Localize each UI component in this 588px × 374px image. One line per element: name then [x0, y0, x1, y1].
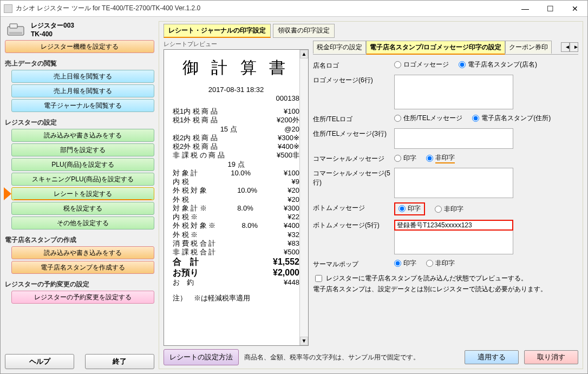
maximize-button[interactable]: ☐ — [538, 1, 563, 16]
receipt-total-line: 合 計¥1,552 — [173, 257, 299, 267]
preview-with-stamp-label: レジスターに電子店名スタンプを読み込んだ状態でプレビューする。 — [326, 274, 527, 283]
subtab-scroll-right[interactable]: ► — [570, 42, 578, 52]
addr-opt1[interactable]: 住所/TELメッセージ — [394, 114, 462, 123]
bottom-msg-label: ボトムメッセージ — [313, 202, 394, 213]
register-icon — [5, 22, 27, 37]
dept-button[interactable]: 部門を設定する — [11, 143, 154, 156]
receipt-line: 内 税¥9 — [173, 178, 299, 186]
receipt-line: 税2内 税 商 品¥300※ — [173, 134, 299, 142]
receipt-line: 15 点@20 — [173, 125, 299, 134]
receipt-total-line: お預り¥2,000 — [173, 267, 299, 278]
receipt-preview: 御 計 算 書 2017-08-31 18:32 000138 税1内 税 商 … — [164, 49, 309, 346]
scroll-down-icon[interactable]: ▼ — [300, 337, 308, 345]
subtab-scroll-left[interactable]: ◄ — [561, 42, 570, 52]
tab-receipt-book[interactable]: 領収書の印字設定 — [273, 24, 335, 38]
subtab-stamp-logo[interactable]: 電子店名スタンプ/ロゴメッセージ印字の設定 — [366, 41, 505, 55]
scan-plu-button[interactable]: スキャニングPLU(商品)を設定する — [11, 173, 154, 186]
stamp-header: 電子店名スタンプの作成 — [5, 235, 154, 245]
addr-opt2[interactable]: 電子店名スタンプ(住所) — [472, 114, 551, 123]
receipt-line: 税1内 税 商 品¥100 — [173, 107, 299, 116]
addr-msg-textarea[interactable] — [394, 128, 513, 149]
thermal-print[interactable]: 印字 — [394, 259, 416, 268]
preview-scrollbar[interactable]: ▲ ▼ — [299, 50, 308, 345]
other-button[interactable]: その他を設定する — [11, 216, 154, 229]
receipt-points: 19 点 — [173, 160, 299, 169]
ejournal-button[interactable]: 電子ジャーナルを閲覧する — [11, 99, 154, 112]
receipt-datetime: 2017-08-31 18:32 — [173, 86, 299, 94]
addr-msg-label: 住所/TELメッセージ(3行) — [313, 128, 394, 139]
readwrite-button[interactable]: 読み込みや書き込みをする — [11, 129, 154, 142]
receipt-button[interactable]: レシートを設定する — [11, 187, 154, 200]
preview-with-stamp-checkbox[interactable] — [315, 275, 322, 282]
commercial-msg-label: コマーシャルメッセージ(5行) — [313, 168, 394, 187]
minimize-button[interactable]: — — [513, 1, 538, 16]
scroll-up-icon[interactable]: ▲ — [300, 50, 308, 58]
logo-msg-textarea[interactable] — [394, 75, 513, 109]
register-model: TK-400 — [31, 30, 74, 38]
receipt-line: 外 税 対 象10.0%¥20 — [173, 186, 299, 195]
svg-rect-2 — [9, 32, 22, 34]
receipt-total-line: お 釣¥448 — [173, 278, 299, 287]
tab-receipt-journal[interactable]: レシート・ジャーナルの印字設定 — [164, 24, 271, 38]
bottom-noprint[interactable]: 非印字 — [435, 205, 463, 214]
thermal-noprint[interactable]: 非印字 — [426, 259, 455, 268]
receipt-method-button[interactable]: レシートの設定方法 — [164, 349, 239, 365]
plu-button[interactable]: PLU(商品)を設定する — [11, 158, 154, 171]
help-button[interactable]: ヘルプ — [5, 354, 74, 369]
register-name: レジスター003 — [31, 21, 74, 30]
bottom-msg-rest[interactable] — [394, 231, 513, 254]
active-indicator-arrow — [4, 187, 11, 200]
preview-label: レシートプレビュー — [164, 40, 309, 48]
subtab-coupon[interactable]: クーポン券印 — [505, 41, 552, 54]
close-button[interactable]: ✕ — [563, 1, 587, 16]
commercial-msg-textarea[interactable] — [394, 168, 513, 198]
window-title: カシオ レジスター ツール for TE-400/TE-2700/TK-400 … — [16, 4, 513, 13]
receipt-line: 外 税 ※¥32 — [173, 231, 299, 239]
cancel-button[interactable]: 取り消す — [524, 350, 578, 364]
receipt-line: 外 税 対 象 ※8.0%¥400 — [173, 221, 299, 230]
tax-button[interactable]: 税を設定する — [11, 202, 154, 215]
commercial-noprint[interactable]: 非印字 — [426, 153, 455, 163]
receipt-line: 対 象 計 ※8.0%¥300 — [173, 204, 299, 213]
apply-button[interactable]: 適用する — [465, 350, 519, 364]
svg-rect-1 — [10, 24, 17, 28]
receipt-line: 非 課 税 合 計¥500 — [173, 248, 299, 257]
sales-monthly-button[interactable]: 売上月報を閲覧する — [11, 84, 154, 97]
scroll-track[interactable] — [300, 58, 308, 337]
receipt-footnote: 注） ※は軽減税率適用 — [173, 294, 299, 303]
commercial-label: コマーシャルメッセージ — [313, 153, 394, 163]
commercial-print[interactable]: 印字 — [394, 154, 416, 163]
reg-settings-header: レジスターの設定 — [5, 118, 154, 127]
reserve-header: レジスターの予約変更の設定 — [5, 280, 154, 289]
receipt-line: 消 費 税 合 計¥83 — [173, 239, 299, 248]
fixed-sample-note: 商品名、金額、税率等の文字列は、サンプル用で固定です。 — [244, 353, 420, 362]
register-header: レジスター003 TK-400 — [5, 21, 154, 38]
stamp-rw-button[interactable]: 読み込みや書き込みをする — [11, 246, 154, 259]
subtab-tax[interactable]: 税金印字の設定 — [313, 41, 366, 54]
app-icon — [4, 4, 12, 13]
addr-logo-label: 住所/TELロゴ — [313, 114, 394, 124]
bottom-msg-input[interactable] — [394, 220, 513, 231]
store-logo-opt1[interactable]: ロゴメッセージ — [394, 60, 449, 69]
bottom-msg-lines-label: ボトムメッセージ(5行) — [313, 220, 394, 230]
store-logo-label: 店名ロゴ — [313, 60, 394, 70]
reserve-button[interactable]: レジスターの予約変更を設定する — [11, 291, 154, 304]
receipt-line: 外 税¥20 — [173, 195, 299, 204]
sales-header: 売上データの閲覧 — [5, 59, 154, 68]
store-logo-opt2[interactable]: 電子店名スタンプ(店名) — [459, 60, 537, 69]
bottom-print[interactable]: 印字 — [398, 204, 421, 213]
logo-msg-label: ロゴメッセージ(6行) — [313, 75, 394, 85]
sales-daily-button[interactable]: 売上日報を閲覧する — [11, 70, 154, 83]
exit-button[interactable]: 終了 — [85, 354, 154, 369]
set-model-button[interactable]: レジスター機種を設定する — [5, 40, 154, 53]
stamp-note: 電子店名スタンプは、設定データとは別にレジスターで読込む必要があります。 — [313, 285, 576, 294]
receipt-title: 御 計 算 書 — [173, 57, 299, 78]
receipt-serial: 000138 — [276, 94, 299, 103]
receipt-line: 税1外 税 商 品¥200外 — [173, 116, 299, 124]
receipt-line: 内 税 ※¥22 — [173, 213, 299, 221]
stamp-create-button[interactable]: 電子店名スタンプを作成する — [11, 261, 154, 274]
receipt-line: 対 象 計10.0%¥100 — [173, 169, 299, 178]
titlebar: カシオ レジスター ツール for TE-400/TE-2700/TK-400 … — [1, 1, 587, 17]
receipt-line: 税2外 税 商 品¥400※ — [173, 142, 299, 151]
thermal-pop-label: サーマルポップ — [313, 259, 394, 269]
